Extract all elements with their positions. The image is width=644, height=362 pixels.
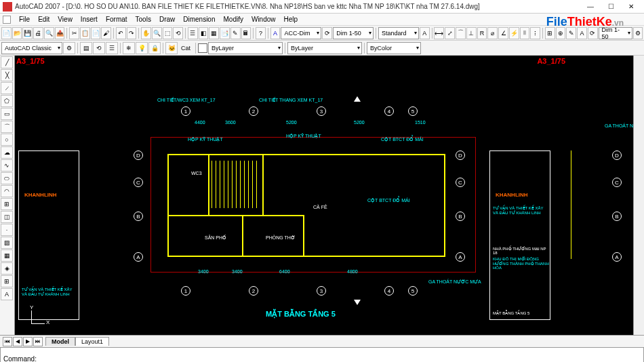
text-icon[interactable]: A (420, 27, 430, 39)
markup-icon[interactable]: ✎ (230, 27, 241, 39)
save-icon[interactable]: 💾 (22, 27, 33, 39)
dimscale-dropdown[interactable]: Dim 1-50 (333, 27, 374, 39)
revcloud-icon[interactable]: ☁ (1, 146, 13, 159)
publish-icon[interactable]: 📤 (55, 27, 65, 39)
ellipse-arc-icon[interactable]: ◠ (1, 185, 13, 197)
polygon-icon[interactable]: ⬠ (1, 95, 13, 107)
undo-icon[interactable]: ↶ (116, 27, 126, 39)
design-icon[interactable]: ◧ (199, 27, 209, 39)
linetype-dropdown[interactable]: ByLayer (287, 42, 362, 54)
table-icon[interactable]: ⊞ (1, 275, 13, 287)
block-icon[interactable]: ◫ (1, 211, 13, 223)
point-icon[interactable]: · (1, 224, 13, 236)
drawing-canvas[interactable]: A3_1/75 A3_1/75 1 2 3 4 5 1 2 3 4 5 A B … (15, 56, 633, 335)
tab-next-icon[interactable]: ▶ (23, 337, 33, 346)
new-icon[interactable]: 📄 (1, 27, 12, 39)
right-scrollbar[interactable] (633, 56, 644, 335)
menu-view[interactable]: View (54, 16, 77, 23)
hatch-icon[interactable]: ▨ (1, 237, 13, 249)
tool-palette-icon[interactable]: ▦ (209, 27, 219, 39)
dim-6400: 6400 (279, 269, 290, 274)
menu-draw[interactable]: Draw (155, 16, 179, 23)
menu-help[interactable]: Help (280, 16, 302, 23)
redo-icon[interactable]: ↷ (127, 27, 137, 39)
zoom-window-icon[interactable]: ⬚ (163, 27, 173, 39)
dim-aligned-icon[interactable]: ⤢ (445, 27, 455, 39)
sheet-icon[interactable]: 📑 (220, 27, 230, 39)
layer-lock-icon[interactable]: 🔒 (148, 42, 161, 54)
layer-icon[interactable]: ▤ (80, 42, 92, 54)
menu-edit[interactable]: Edit (34, 16, 54, 23)
menu-window[interactable]: Window (247, 16, 280, 23)
gradient-icon[interactable]: ▦ (1, 249, 13, 262)
layer-prev-icon[interactable]: ⟲ (93, 42, 105, 54)
maximize-button[interactable]: ☐ (601, 1, 621, 13)
help-icon[interactable]: ? (256, 27, 266, 39)
tab-prev-icon[interactable]: ◀ (13, 337, 22, 346)
dim-angle-icon[interactable]: ∠ (498, 27, 508, 39)
open-icon[interactable]: 📂 (12, 27, 22, 39)
dim-ord-icon[interactable]: ⊥ (466, 27, 477, 39)
dim-arc-icon[interactable]: ⌒ (456, 27, 466, 39)
spline-icon[interactable]: ∿ (1, 159, 13, 172)
anno-hkt2: HỘP KỸ THUẬT (286, 134, 321, 139)
cut-icon[interactable]: ✂ (69, 27, 79, 39)
menu-insert[interactable]: Insert (77, 16, 102, 23)
stair-hatch (212, 161, 259, 208)
paste-icon[interactable]: 📄 (91, 27, 101, 39)
tab-layout1[interactable]: Layout1 (75, 337, 109, 346)
dim-radius-icon[interactable]: R (477, 27, 487, 39)
line-icon[interactable]: ╱ (1, 56, 13, 68)
layer-dropdown[interactable]: ByLayer (208, 42, 283, 54)
print-icon[interactable]: 🖨 (33, 27, 43, 39)
color-swatch[interactable] (198, 43, 207, 53)
menu-tools[interactable]: Tools (132, 16, 155, 23)
dim-quick-icon[interactable]: ⚡ (509, 27, 519, 39)
xline-icon[interactable]: ╳ (1, 69, 13, 81)
grid-bubble-a-left: A (134, 252, 143, 262)
preview-icon[interactable]: 🔍 (44, 27, 54, 39)
ellipse-icon[interactable]: ⬭ (1, 172, 13, 184)
mtext-icon[interactable]: A (1, 288, 13, 300)
workspace-dropdown[interactable]: AutoCAD Classic (1, 42, 62, 54)
textstyle-dropdown[interactable]: Standard (378, 27, 419, 39)
menu-modify[interactable]: Modify (220, 16, 247, 23)
zoom-prev-icon[interactable]: ⟲ (173, 27, 183, 39)
layer-off-icon[interactable]: 💡 (136, 42, 148, 54)
dimstyle-dropdown[interactable]: ACC-Dim (281, 27, 321, 39)
cat-icon[interactable]: 🐱 (165, 42, 178, 54)
pline-icon[interactable]: ⟋ (1, 82, 13, 94)
dim-icon[interactable]: A (270, 27, 281, 39)
rect-icon[interactable]: ▭ (1, 108, 13, 120)
tab-first-icon[interactable]: ⏮ (3, 337, 12, 346)
command-line[interactable]: Command: (0, 347, 644, 362)
layer-state-icon[interactable]: ☰ (106, 42, 118, 54)
dim-baseline-icon[interactable]: ⫴ (520, 27, 530, 39)
layer-freeze-icon[interactable]: ❄ (123, 42, 135, 54)
dim-linear-icon[interactable]: ⟷ (434, 27, 444, 39)
anno-ga2: GA THOÁT NƯỚC (605, 123, 633, 129)
menu-format[interactable]: Format (102, 16, 132, 23)
copy-icon[interactable]: 📋 (80, 27, 90, 39)
dim-update-icon[interactable]: ⟳ (322, 27, 332, 39)
minimize-button[interactable]: — (580, 1, 601, 13)
dim-continue-icon[interactable]: ⫶ (530, 27, 540, 39)
match-icon[interactable]: 🖌 (101, 27, 111, 39)
close-button[interactable]: ✕ (621, 1, 641, 13)
insert-icon[interactable]: ⊞ (1, 198, 13, 210)
tab-model[interactable]: Model (45, 337, 75, 346)
calc-icon[interactable]: 🖩 (241, 27, 251, 39)
properties-icon[interactable]: ☰ (188, 27, 198, 39)
pan-icon[interactable]: ✋ (141, 27, 151, 39)
tab-last-icon[interactable]: ⏭ (33, 337, 43, 346)
zoom-icon[interactable]: 🔍 (152, 27, 162, 39)
menu-dimension[interactable]: Dimension (179, 16, 219, 23)
arc-icon[interactable]: ⌒ (1, 121, 13, 133)
menu-file[interactable]: File (15, 16, 34, 23)
region-icon[interactable]: ◈ (1, 262, 13, 275)
lineweight-dropdown[interactable]: ByColor (367, 42, 421, 54)
workspace-save-icon[interactable]: ⚙ (63, 42, 75, 54)
dim-dia-icon[interactable]: ⌀ (487, 27, 498, 39)
circle-icon[interactable]: ○ (1, 134, 13, 146)
dim-style-icon[interactable]: ⚙ (633, 27, 643, 39)
